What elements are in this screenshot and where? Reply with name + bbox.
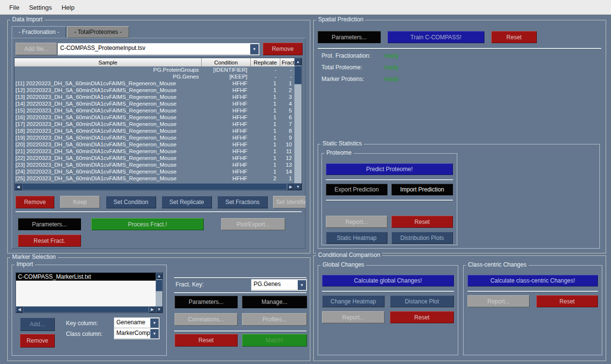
- prot-fractionation-label: Prot. Fractionation:: [322, 52, 370, 59]
- global-reset-button[interactable]: Reset: [390, 311, 454, 323]
- class-reset-button[interactable]: Reset: [536, 295, 598, 307]
- table-row[interactable]: [14] 20220323_DH_SA_60minDIA1cvFAIMS_Reg…: [15, 100, 294, 107]
- table-row[interactable]: [24] 20220323_DH_SA_60minDIA1cvFAIMS_Reg…: [15, 168, 294, 175]
- keep-button[interactable]: Keep: [60, 196, 100, 208]
- remove-file-button[interactable]: Remove: [263, 43, 303, 55]
- cell-rep: 1: [250, 155, 279, 161]
- class-column-combobox[interactable]: MarkerComp ▼: [114, 329, 159, 339]
- sample-table-body: PG.ProteinGroups[IDENTIFIER]--PG.Genes[K…: [15, 66, 294, 183]
- arrow-right-icon[interactable]: ▶: [149, 306, 156, 313]
- arrow-down-icon[interactable]: ▼: [294, 183, 302, 190]
- set-identifier-button[interactable]: Set Identifier: [273, 196, 306, 208]
- match-button[interactable]: Match!: [242, 334, 307, 347]
- reset-fract-button[interactable]: Reset Fract.: [18, 235, 81, 247]
- marker-file-item[interactable]: C-COMPASS_MarkerList.txt: [16, 273, 156, 281]
- marker-vscroll-thumb[interactable]: [156, 280, 162, 291]
- chevron-down-icon[interactable]: ▼: [150, 329, 159, 338]
- spatial-parameters-button[interactable]: Parameters...: [318, 31, 381, 43]
- table-row[interactable]: [18] 20220323_DH_SA_60minDIA1cvFAIMS_Reg…: [15, 127, 294, 134]
- table-vscroll-thumb[interactable]: [294, 66, 302, 84]
- arrow-right-icon[interactable]: ▶: [287, 183, 294, 190]
- table-row[interactable]: [21] 20220323_DH_SA_60minDIA1cvFAIMS_Reg…: [15, 148, 294, 155]
- table-row[interactable]: [13] 20220323_DH_SA_60minDIA1cvFAIMS_Reg…: [15, 94, 294, 100]
- fract-key-label: Fract. Key:: [176, 281, 204, 288]
- predict-proteome-button[interactable]: Predict Proteome!: [326, 163, 453, 175]
- column-header-replicate[interactable]: Replicate: [251, 58, 280, 66]
- sample-table-header: Sample Condition Replicate Fract: [15, 58, 294, 66]
- calculate-class-centric-button[interactable]: Calculate class-centric Changes!: [467, 275, 598, 286]
- cell-sample: [15] 20220323_DH_SA_60minDIA1cvFAIMS_Reg…: [15, 107, 201, 114]
- tab-fractionation[interactable]: - Fractionation -: [12, 26, 66, 38]
- proteome-report-button[interactable]: Report...: [326, 216, 387, 228]
- chevron-down-icon[interactable]: ▼: [298, 280, 306, 290]
- marker-list-horizontal-scrollbar[interactable]: ◀ ▶ ▼: [16, 306, 162, 313]
- menu-help[interactable]: Help: [57, 2, 80, 13]
- add-file-button[interactable]: Add file...: [16, 43, 57, 55]
- cell-cond: HFHF: [201, 94, 250, 100]
- table-row[interactable]: [20] 20220323_DH_SA_60minDIA1cvFAIMS_Reg…: [15, 141, 294, 148]
- remove-row-button[interactable]: Remove: [16, 196, 54, 208]
- table-row[interactable]: [12] 20220323_DH_SA_60minDIA1cvFAIMS_Reg…: [15, 87, 294, 94]
- key-column-combobox[interactable]: Genename ▼: [114, 318, 159, 328]
- cell-frac: 1: [279, 175, 294, 182]
- table-horizontal-scrollbar[interactable]: ◀ ▶ ▼: [15, 183, 302, 190]
- arrow-up-icon[interactable]: ▲: [294, 58, 302, 65]
- table-vertical-scrollbar[interactable]: ▲: [294, 58, 302, 183]
- correlations-button[interactable]: Correlations...: [175, 313, 238, 326]
- profiles-button[interactable]: Profiles...: [242, 313, 307, 326]
- arrow-left-icon[interactable]: ◀: [15, 183, 22, 190]
- distance-plot-button[interactable]: Distance Plot: [390, 295, 454, 307]
- table-row[interactable]: [23] 20220323_DH_SA_60minDIA1cvFAIMS_Reg…: [15, 161, 294, 168]
- process-fract-button[interactable]: Process Fract.!: [91, 218, 204, 230]
- table-row[interactable]: [25] 20220323_DH_SA_60minDIA1cvFAIMS_Reg…: [15, 175, 294, 182]
- train-ccompass-button[interactable]: Train C-COMPASS!: [387, 31, 484, 43]
- menu-file[interactable]: File: [4, 2, 24, 13]
- marker-list-vertical-scrollbar[interactable]: ▲: [156, 273, 162, 306]
- proteome-reset-button[interactable]: Reset: [391, 216, 453, 228]
- distribution-plots-button[interactable]: Distribution Plots: [391, 232, 453, 244]
- fract-key-combobox[interactable]: PG.Genes ▼: [252, 280, 306, 290]
- table-row[interactable]: [17] 20220323_DH_SA_60minDIA1cvFAIMS_Reg…: [15, 121, 294, 127]
- manage-button[interactable]: Manage...: [242, 296, 307, 308]
- column-header-sample[interactable]: Sample: [15, 58, 202, 66]
- cell-rep: 1: [250, 87, 279, 94]
- marker-reset-button[interactable]: Reset: [175, 334, 238, 347]
- table-row[interactable]: [16] 20220323_DH_SA_60minDIA1cvFAIMS_Reg…: [15, 114, 294, 121]
- tab-totalproteomes[interactable]: - TotalProteomes -: [67, 26, 129, 38]
- add-marker-button[interactable]: Add...: [20, 317, 55, 331]
- table-row[interactable]: PG.ProteinGroups[IDENTIFIER]--: [15, 66, 294, 73]
- table-row[interactable]: [19] 20220323_DH_SA_60minDIA1cvFAIMS_Reg…: [15, 134, 294, 141]
- chevron-down-icon[interactable]: ▼: [150, 318, 159, 328]
- column-header-fraction[interactable]: Fract: [280, 58, 296, 66]
- remove-marker-button[interactable]: Remove: [20, 334, 55, 348]
- marker-parameters-button[interactable]: Parameters...: [175, 296, 238, 308]
- marker-hscroll-thumb[interactable]: [23, 306, 149, 313]
- spatial-reset-button[interactable]: Reset: [491, 31, 537, 43]
- set-condition-button[interactable]: Set Condition: [106, 196, 156, 208]
- export-prediction-button[interactable]: Export Prediction: [326, 184, 387, 195]
- arrow-up-icon[interactable]: ▲: [156, 273, 162, 279]
- table-row[interactable]: [15] 20220323_DH_SA_60minDIA1cvFAIMS_Reg…: [15, 107, 294, 114]
- class-report-button[interactable]: Report...: [467, 295, 530, 307]
- calculate-global-changes-button[interactable]: Calculate global Changes!: [322, 275, 454, 286]
- file-select-combobox[interactable]: C-COMPASS_ProteomeInput.tsv ▼: [58, 44, 259, 55]
- arrow-down-icon[interactable]: ▼: [156, 306, 162, 313]
- chevron-down-icon[interactable]: ▼: [250, 44, 258, 54]
- static-heatmap-button[interactable]: Static Heatmap: [326, 232, 387, 244]
- change-heatmap-button[interactable]: Change Heatmap: [322, 295, 385, 307]
- column-header-condition[interactable]: Condition: [202, 58, 251, 66]
- arrow-left-icon[interactable]: ◀: [16, 306, 23, 313]
- set-fractions-button[interactable]: Set Fractions: [217, 196, 268, 208]
- table-row[interactable]: [11] 20220323_DH_SA_60minDIA1cvFAIMS_Reg…: [15, 80, 294, 87]
- table-hscroll-thumb[interactable]: [22, 183, 287, 190]
- fract-parameters-button[interactable]: Parameters...: [18, 218, 81, 230]
- table-row[interactable]: [22] 20220323_DH_SA_60minDIA1cvFAIMS_Reg…: [15, 155, 294, 161]
- cell-rep: 1: [250, 161, 279, 168]
- menu-settings[interactable]: Settings: [24, 2, 57, 13]
- global-report-button[interactable]: Report...: [322, 311, 385, 323]
- set-replicate-button[interactable]: Set Replicate: [161, 196, 212, 208]
- cell-frac: 3: [279, 94, 294, 100]
- table-row[interactable]: PG.Genes[KEEP]--: [15, 73, 294, 80]
- plot-export-button[interactable]: Plot/Export...: [221, 218, 285, 230]
- import-prediction-button[interactable]: Import Prediction: [391, 184, 453, 195]
